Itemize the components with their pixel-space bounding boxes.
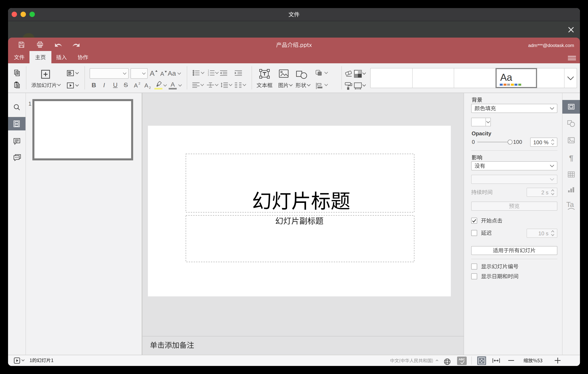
svg-text:3: 3 [208,74,209,76]
